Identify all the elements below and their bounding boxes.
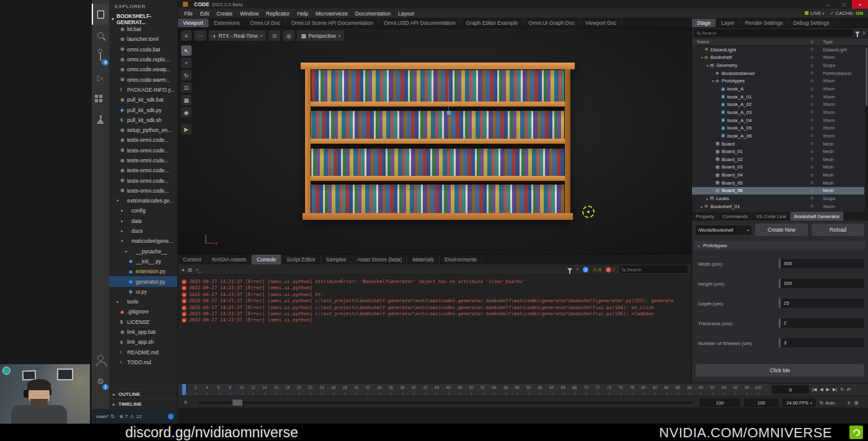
minimize-button[interactable]: –: [820, 0, 836, 9]
menu-documentation[interactable]: Documentation: [352, 11, 394, 17]
file-pull-kit-sdk-sh[interactable]: $pull_kit_sdk.sh: [109, 115, 177, 125]
notification-badge[interactable]: [168, 414, 174, 419]
play-button[interactable]: ▶: [181, 124, 192, 134]
bookshelf-3d-model[interactable]: [305, 63, 570, 220]
tab-console[interactable]: Console: [252, 255, 281, 264]
stage-row-geometry[interactable]: ▾▤Geometry⊙Scope: [692, 61, 864, 69]
file-pycache[interactable]: ▸__pycache__: [109, 247, 177, 256]
console-search-input[interactable]: Search: [619, 266, 688, 273]
file-extension-py[interactable]: ◆extension.py: [109, 266, 177, 276]
menu-file[interactable]: File: [180, 11, 197, 17]
stage-row-board-06[interactable]: ▦Board_06⊙Mesh: [692, 187, 864, 195]
visibility-eye-icon[interactable]: ⊙: [810, 149, 814, 154]
file-init-py[interactable]: ◆__init__.py: [109, 256, 177, 266]
range-end-field[interactable]: 100: [699, 398, 740, 407]
file-docs[interactable]: ▸docs: [109, 226, 177, 236]
move-tool[interactable]: +: [181, 58, 192, 68]
stage-row-bookshelf[interactable]: ▾⊕Bookshelf⊙Xform: [692, 54, 864, 62]
distant-light-gizmo[interactable]: [582, 206, 595, 218]
file-config[interactable]: ▸config: [109, 206, 177, 216]
tab-nvidia-assets[interactable]: NVIDIA Assets: [207, 255, 252, 264]
root-folder[interactable]: ▾ BOOKSHELF-GENERAT...: [109, 14, 177, 24]
visibility-eye-icon[interactable]: ⊙: [810, 141, 814, 146]
visibility-eye-icon[interactable]: ⊙: [810, 196, 814, 201]
visibility-eye-icon[interactable]: ⊙: [810, 165, 814, 170]
clear-icon[interactable]: *: [577, 267, 578, 273]
prim-path-dropdown[interactable]: /World/Bookshelf▾: [696, 225, 751, 235]
activity-run-debug[interactable]: ▷: [92, 67, 109, 88]
tab-script-editor[interactable]: Script Editor: [281, 255, 321, 264]
git-branch[interactable]: main*↻: [96, 414, 115, 419]
warning-filter[interactable]: ⚠0: [593, 267, 601, 273]
menu-help[interactable]: Help: [293, 11, 311, 17]
stage-row-book-a[interactable]: ▣book_A⊙Xform: [692, 85, 864, 93]
range-end-field-2[interactable]: 100: [744, 398, 779, 407]
file-readme-md[interactable]: iREADME.md: [109, 347, 177, 357]
visibility-eye-icon[interactable]: ⊙: [810, 79, 814, 84]
file-omni-code-replic[interactable]: ⚙omni.code.replic...: [109, 55, 177, 64]
viewport-3d[interactable]: ≡ ⋯ ◐RTX - Real-Time▾ ⊙ ◎ ▦Perspective▾ …: [178, 28, 691, 254]
file-tests-omni-code[interactable]: ⚙tests-omni.code...: [109, 155, 177, 165]
stage-row-book-a-04[interactable]: ▣book_A_04⊙Xform: [692, 116, 864, 124]
file-setup-python-en[interactable]: ⚙setup_python_en...: [109, 125, 177, 135]
tab-omni-ui-scene-api-documentation[interactable]: Omni.UI Scene API Documentation: [286, 19, 379, 27]
file-ui-py[interactable]: ◆ui.py: [109, 287, 177, 297]
step-back[interactable]: ◀: [820, 387, 823, 392]
scale-tool[interactable]: ⊡: [181, 82, 192, 93]
scrollbar-thumb[interactable]: [866, 47, 867, 106]
stage-row-bookshelf-01[interactable]: ▸⊕Bookshelf_01⊙Xform: [692, 203, 864, 211]
stage-options-icon[interactable]: ≡: [862, 30, 866, 36]
cache-status[interactable]: ✓ CACHE: ON: [830, 11, 863, 16]
tab-extensions[interactable]: Extensions: [209, 19, 246, 27]
menu-edit[interactable]: Edit: [197, 11, 213, 17]
file-omni-code-viewp[interactable]: ⚙omni.code.viewp...: [109, 64, 177, 74]
tab-content[interactable]: Content: [178, 255, 207, 264]
close-button[interactable]: ×: [852, 0, 868, 9]
visibility-eye-icon[interactable]: ⊙: [810, 110, 814, 115]
viewport-menu-button[interactable]: ≡: [181, 30, 192, 41]
chevron-right-icon[interactable]: ▸: [705, 196, 710, 201]
visibility-eye-icon[interactable]: ⊙: [810, 47, 814, 52]
file-omni-code-warm[interactable]: ⚙omni.code.warm...: [109, 74, 177, 84]
stage-row-board-03[interactable]: ▦Board_03⊙Mesh: [692, 164, 864, 172]
snap-tool[interactable]: ▦: [181, 95, 192, 105]
stage-row-book-a-03[interactable]: ▣book_A_03⊙Xform: [692, 108, 864, 116]
rotate-tool[interactable]: ↻: [181, 70, 192, 81]
layers-icon[interactable]: ≡: [848, 400, 851, 406]
auto-update-toggle[interactable]: ↻Auto: [820, 398, 835, 407]
activity-extensions[interactable]: [92, 88, 109, 109]
activity-testing[interactable]: [92, 109, 109, 130]
stage-row-board-02[interactable]: ▦Board_02⊙Mesh: [692, 155, 864, 164]
stage-row-board[interactable]: ▦Board⊙Mesh: [692, 140, 864, 148]
info-filter-icon[interactable]: i: [583, 267, 588, 273]
property-value-field[interactable]: 200: [779, 279, 864, 288]
file-package-info-y[interactable]: !PACKAGE-INFO.y...: [109, 85, 177, 95]
select-tool[interactable]: ↖: [181, 45, 192, 56]
property-value-field[interactable]: 3: [779, 338, 864, 347]
nvidia-link[interactable]: NVIDIA.COM/OMNIVERSE: [659, 425, 832, 441]
tab-commands[interactable]: Commands: [719, 212, 752, 220]
file-tests-omni-code[interactable]: ⚙tests-omni.code...: [109, 146, 177, 155]
visibility-eye-icon[interactable]: ⊙: [810, 55, 814, 60]
visibility-eye-icon[interactable]: ⊙: [810, 63, 814, 68]
file-omni-code-bat[interactable]: ⚙omni.code.bat: [109, 45, 177, 55]
discord-link[interactable]: discord.gg/nvidiaomniverse: [125, 424, 298, 441]
stage-row-book-a-01[interactable]: ▣book_A_01⊙Xform: [692, 93, 864, 101]
menu-window[interactable]: Window: [236, 11, 262, 17]
tab-bookshelf-generator[interactable]: Bookshelf Generator: [790, 212, 844, 220]
tab-omni-ui-graph-doc[interactable]: Omni.UI Graph Doc: [523, 19, 580, 27]
stage-row-book-a-05[interactable]: ▣book_A_05⊙Xform: [692, 124, 864, 132]
folder-icon[interactable]: ▤: [188, 267, 192, 273]
error-filter[interactable]: 7: [606, 267, 615, 273]
step-forward[interactable]: ▶|: [833, 387, 837, 392]
file-exts-maticodes-ge[interactable]: ▾exts\maticodes.ge...: [109, 196, 177, 206]
stage-scrollbar[interactable]: [865, 46, 868, 212]
terminal-icon[interactable]: >_: [196, 267, 202, 273]
file-data[interactable]: ▸data: [109, 216, 177, 226]
chevron-right-icon[interactable]: ▸: [699, 204, 704, 209]
timeline-scrubber[interactable]: [198, 401, 693, 404]
stage-search-input[interactable]: Search: [694, 29, 852, 37]
menu-layout[interactable]: Layout: [394, 11, 418, 17]
ping-pong[interactable]: ⇄: [847, 387, 851, 392]
visibility-eye-icon[interactable]: ⊙: [810, 126, 814, 131]
